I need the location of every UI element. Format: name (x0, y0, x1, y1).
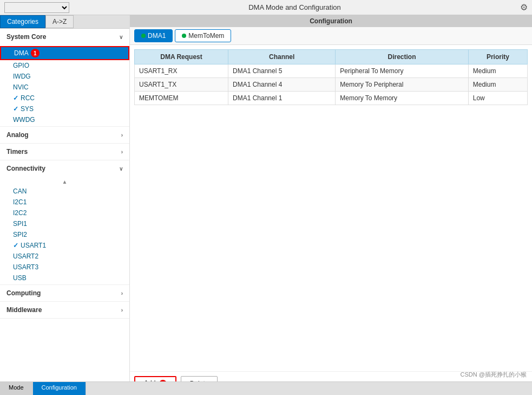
sidebar-item-usart1[interactable]: ✓ USART1 (0, 240, 129, 251)
sidebar-item-usart2[interactable]: USART2 (0, 251, 129, 262)
cell-channel: DMA1 Channel 1 (228, 92, 336, 105)
cell-request: USART1_TX (135, 78, 228, 92)
main-layout: Categories A->Z System Core ∨ DMA 1 GPIO (0, 15, 532, 395)
sidebar: Categories A->Z System Core ∨ DMA 1 GPIO (0, 15, 130, 395)
sidebar-tabs: Categories A->Z (0, 15, 129, 29)
check-icon-rcc: ✓ (13, 94, 18, 102)
chevron-down-icon-conn: ∨ (119, 166, 123, 172)
scroll-up-icon: ▲ (62, 179, 68, 185)
table-row[interactable]: MEMTOMEMDMA1 Channel 1Memory To MemoryLo… (135, 92, 528, 105)
section-analog: Analog › (0, 127, 129, 144)
check-icon-sys: ✓ (13, 105, 18, 113)
sidebar-item-rcc[interactable]: ✓ RCC (0, 93, 129, 103)
table-row[interactable]: USART1_TXDMA1 Channel 4Memory To Periphe… (135, 78, 528, 92)
sidebar-item-usb[interactable]: USB (0, 273, 129, 283)
section-computing: Computing › (0, 285, 129, 302)
tab-dma1[interactable]: DMA1 (134, 29, 173, 42)
col-header-channel: Channel (228, 50, 336, 64)
section-middleware-header[interactable]: Middleware › (0, 302, 129, 318)
page-title: DMA Mode and Configuration (248, 3, 341, 11)
watermark: CSDN @插死挣扎的小猴 (461, 371, 527, 379)
dma-badge: 1 (31, 49, 40, 57)
cell-priority: Medium (468, 64, 527, 78)
cell-channel: DMA1 Channel 4 (228, 78, 336, 92)
cell-direction: Peripheral To Memory (336, 64, 468, 78)
table-area: DMA Request Channel Direction Priority U… (130, 45, 532, 371)
cell-request: MEMTOMEM (135, 92, 228, 105)
col-header-direction: Direction (336, 50, 468, 64)
sidebar-item-i2c2[interactable]: I2C2 (0, 208, 129, 218)
section-analog-header[interactable]: Analog › (0, 127, 129, 143)
cell-direction: Memory To Memory (336, 92, 468, 105)
cell-channel: DMA1 Channel 5 (228, 64, 336, 78)
section-connectivity: Connectivity ∨ ▲ CAN I2C1 I2C2 SPI1 (0, 160, 129, 285)
scroll-up-indicator[interactable]: ▲ (0, 178, 129, 186)
dot-memtomem (182, 34, 186, 38)
sidebar-item-spi1[interactable]: SPI1 (0, 218, 129, 229)
search-input[interactable] (4, 2, 69, 13)
content-area: Configuration DMA1 MemToMem DMA Request … (130, 15, 532, 395)
section-computing-header[interactable]: Computing › (0, 285, 129, 301)
check-icon-usart1: ✓ (13, 242, 18, 249)
search-box[interactable] (4, 2, 69, 13)
tab-memtomem[interactable]: MemToMem (175, 29, 231, 42)
dma-table: DMA Request Channel Direction Priority U… (134, 49, 528, 105)
gear-icon[interactable]: ⚙ (520, 2, 528, 12)
chevron-right-icon-timers: › (121, 149, 123, 155)
dot-dma1 (141, 34, 146, 38)
col-header-priority: Priority (468, 50, 527, 64)
config-label: Configuration (130, 15, 532, 27)
cell-priority: Medium (468, 78, 527, 92)
section-middleware: Middleware › (0, 302, 129, 319)
col-header-request: DMA Request (135, 50, 228, 64)
chevron-right-icon-middleware: › (121, 307, 123, 313)
bottom-tab-mode[interactable]: Mode (0, 382, 33, 395)
sidebar-item-gpio[interactable]: GPIO (0, 60, 129, 71)
tab-categories[interactable]: Categories (0, 15, 45, 28)
connectivity-items: ▲ CAN I2C1 I2C2 SPI1 SPI2 ✓ (0, 177, 129, 284)
sidebar-item-wwdg[interactable]: WWDG (0, 114, 129, 125)
system-core-items: DMA 1 GPIO IWDG NVIC ✓ RCC ✓ S (0, 45, 129, 126)
sidebar-item-usart3[interactable]: USART3 (0, 262, 129, 273)
section-connectivity-header[interactable]: Connectivity ∨ (0, 160, 129, 177)
bottom-bar: Mode Configuration (0, 381, 532, 395)
cell-request: USART1_RX (135, 64, 228, 78)
chevron-right-icon-computing: › (121, 290, 123, 296)
sidebar-item-i2c1[interactable]: I2C1 (0, 197, 129, 208)
cell-priority: Low (468, 92, 527, 105)
tab-atoz[interactable]: A->Z (45, 15, 74, 28)
section-timers-header[interactable]: Timers › (0, 144, 129, 160)
sidebar-item-nvic[interactable]: NVIC (0, 82, 129, 93)
sidebar-item-sys[interactable]: ✓ SYS (0, 103, 129, 114)
section-timers: Timers › (0, 144, 129, 160)
chevron-down-icon: ∨ (119, 34, 123, 40)
sidebar-item-can[interactable]: CAN (0, 186, 129, 197)
top-bar: DMA Mode and Configuration ⚙ (0, 0, 532, 15)
cell-direction: Memory To Peripheral (336, 78, 468, 92)
sidebar-item-iwdg[interactable]: IWDG (0, 71, 129, 82)
config-tabs: DMA1 MemToMem (130, 27, 532, 45)
section-system-core-header[interactable]: System Core ∨ (0, 29, 129, 45)
sidebar-item-spi2[interactable]: SPI2 (0, 229, 129, 240)
table-row[interactable]: USART1_RXDMA1 Channel 5Peripheral To Mem… (135, 64, 528, 78)
chevron-right-icon: › (121, 132, 123, 138)
section-system-core: System Core ∨ DMA 1 GPIO IWDG NVIC (0, 29, 129, 127)
sidebar-item-dma[interactable]: DMA 1 (0, 46, 129, 60)
bottom-tab-config[interactable]: Configuration (33, 382, 86, 395)
